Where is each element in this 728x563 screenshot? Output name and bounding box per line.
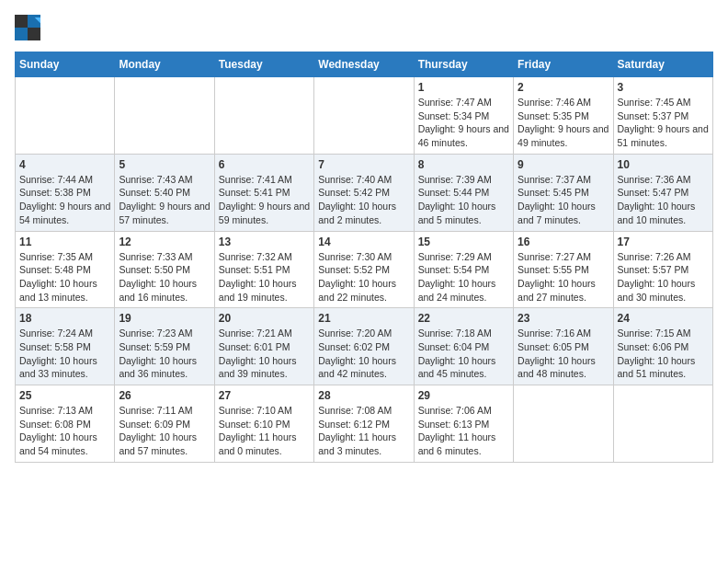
calendar-week-5: 25Sunrise: 7:13 AM Sunset: 6:08 PM Dayli… bbox=[16, 385, 713, 463]
calendar-week-3: 11Sunrise: 7:35 AM Sunset: 5:48 PM Dayli… bbox=[16, 231, 713, 308]
calendar-cell: 22Sunrise: 7:18 AM Sunset: 6:04 PM Dayli… bbox=[414, 308, 513, 385]
calendar-cell: 28Sunrise: 7:08 AM Sunset: 6:12 PM Dayli… bbox=[314, 385, 414, 463]
day-info: Sunrise: 7:27 AM Sunset: 5:55 PM Dayligh… bbox=[518, 250, 609, 304]
day-info: Sunrise: 7:45 AM Sunset: 5:37 PM Dayligh… bbox=[618, 96, 709, 150]
calendar-header-row: SundayMondayTuesdayWednesdayThursdayFrid… bbox=[16, 52, 713, 77]
day-number: 15 bbox=[418, 236, 509, 248]
calendar-cell: 29Sunrise: 7:06 AM Sunset: 6:13 PM Dayli… bbox=[414, 385, 513, 463]
weekday-header-wednesday: Wednesday bbox=[314, 52, 414, 77]
svg-rect-0 bbox=[15, 15, 28, 28]
day-info: Sunrise: 7:39 AM Sunset: 5:44 PM Dayligh… bbox=[418, 173, 509, 227]
day-number: 13 bbox=[219, 236, 310, 248]
day-number: 6 bbox=[219, 158, 310, 171]
svg-rect-2 bbox=[15, 28, 28, 40]
day-number: 16 bbox=[518, 236, 609, 248]
calendar-cell: 16Sunrise: 7:27 AM Sunset: 5:55 PM Dayli… bbox=[514, 231, 613, 308]
day-number: 28 bbox=[318, 389, 409, 402]
weekday-header-tuesday: Tuesday bbox=[214, 52, 313, 77]
day-info: Sunrise: 7:23 AM Sunset: 5:59 PM Dayligh… bbox=[119, 327, 210, 381]
day-number: 20 bbox=[219, 312, 310, 325]
day-number: 7 bbox=[318, 158, 409, 171]
calendar-cell bbox=[314, 77, 414, 155]
weekday-header-saturday: Saturday bbox=[613, 52, 712, 77]
day-info: Sunrise: 7:47 AM Sunset: 5:34 PM Dayligh… bbox=[418, 96, 509, 150]
calendar-cell bbox=[115, 77, 214, 155]
day-number: 22 bbox=[418, 312, 509, 325]
weekday-header-monday: Monday bbox=[115, 52, 214, 77]
calendar-cell: 10Sunrise: 7:36 AM Sunset: 5:47 PM Dayli… bbox=[613, 154, 712, 231]
calendar-cell: 7Sunrise: 7:40 AM Sunset: 5:42 PM Daylig… bbox=[314, 154, 414, 231]
calendar-cell: 9Sunrise: 7:37 AM Sunset: 5:45 PM Daylig… bbox=[514, 154, 613, 231]
day-info: Sunrise: 7:11 AM Sunset: 6:09 PM Dayligh… bbox=[119, 404, 210, 458]
day-number: 25 bbox=[19, 389, 110, 402]
day-info: Sunrise: 7:08 AM Sunset: 6:12 PM Dayligh… bbox=[318, 404, 409, 458]
calendar-cell: 17Sunrise: 7:26 AM Sunset: 5:57 PM Dayli… bbox=[613, 231, 712, 308]
day-number: 19 bbox=[119, 312, 210, 325]
day-info: Sunrise: 7:36 AM Sunset: 5:47 PM Dayligh… bbox=[618, 173, 709, 227]
day-info: Sunrise: 7:40 AM Sunset: 5:42 PM Dayligh… bbox=[318, 173, 409, 227]
day-number: 21 bbox=[318, 312, 409, 325]
svg-rect-3 bbox=[28, 28, 40, 40]
day-number: 29 bbox=[418, 389, 509, 402]
calendar-cell: 20Sunrise: 7:21 AM Sunset: 6:01 PM Dayli… bbox=[214, 308, 313, 385]
calendar-cell: 24Sunrise: 7:15 AM Sunset: 6:06 PM Dayli… bbox=[613, 308, 712, 385]
day-info: Sunrise: 7:20 AM Sunset: 6:02 PM Dayligh… bbox=[318, 327, 409, 381]
calendar-cell: 26Sunrise: 7:11 AM Sunset: 6:09 PM Dayli… bbox=[115, 385, 214, 463]
calendar-week-4: 18Sunrise: 7:24 AM Sunset: 5:58 PM Dayli… bbox=[16, 308, 713, 385]
day-info: Sunrise: 7:15 AM Sunset: 6:06 PM Dayligh… bbox=[618, 327, 709, 381]
day-info: Sunrise: 7:06 AM Sunset: 6:13 PM Dayligh… bbox=[418, 404, 509, 458]
day-info: Sunrise: 7:13 AM Sunset: 6:08 PM Dayligh… bbox=[19, 404, 110, 458]
calendar-cell: 6Sunrise: 7:41 AM Sunset: 5:41 PM Daylig… bbox=[214, 154, 313, 231]
calendar-cell: 2Sunrise: 7:46 AM Sunset: 5:35 PM Daylig… bbox=[514, 77, 613, 155]
day-info: Sunrise: 7:16 AM Sunset: 6:05 PM Dayligh… bbox=[518, 327, 609, 381]
day-number: 26 bbox=[119, 389, 210, 402]
day-number: 5 bbox=[119, 158, 210, 171]
logo-icon bbox=[15, 15, 40, 40]
day-info: Sunrise: 7:24 AM Sunset: 5:58 PM Dayligh… bbox=[19, 327, 110, 381]
day-info: Sunrise: 7:33 AM Sunset: 5:50 PM Dayligh… bbox=[119, 250, 210, 304]
day-number: 17 bbox=[618, 236, 709, 248]
day-info: Sunrise: 7:37 AM Sunset: 5:45 PM Dayligh… bbox=[518, 173, 609, 227]
calendar-cell: 11Sunrise: 7:35 AM Sunset: 5:48 PM Dayli… bbox=[16, 231, 115, 308]
header bbox=[15, 15, 713, 40]
calendar-cell: 19Sunrise: 7:23 AM Sunset: 5:59 PM Dayli… bbox=[115, 308, 214, 385]
weekday-header-friday: Friday bbox=[514, 52, 613, 77]
day-info: Sunrise: 7:21 AM Sunset: 6:01 PM Dayligh… bbox=[219, 327, 310, 381]
calendar-cell: 15Sunrise: 7:29 AM Sunset: 5:54 PM Dayli… bbox=[414, 231, 513, 308]
weekday-header-sunday: Sunday bbox=[16, 52, 115, 77]
calendar-cell: 12Sunrise: 7:33 AM Sunset: 5:50 PM Dayli… bbox=[115, 231, 214, 308]
calendar-cell bbox=[613, 385, 712, 463]
day-info: Sunrise: 7:18 AM Sunset: 6:04 PM Dayligh… bbox=[418, 327, 509, 381]
calendar-cell: 18Sunrise: 7:24 AM Sunset: 5:58 PM Dayli… bbox=[16, 308, 115, 385]
day-info: Sunrise: 7:10 AM Sunset: 6:10 PM Dayligh… bbox=[219, 404, 310, 458]
day-number: 23 bbox=[518, 312, 609, 325]
calendar-cell bbox=[16, 77, 115, 155]
day-number: 9 bbox=[518, 158, 609, 171]
calendar-week-1: 1Sunrise: 7:47 AM Sunset: 5:34 PM Daylig… bbox=[16, 77, 713, 155]
day-info: Sunrise: 7:32 AM Sunset: 5:51 PM Dayligh… bbox=[219, 250, 310, 304]
day-number: 3 bbox=[618, 81, 709, 94]
day-info: Sunrise: 7:29 AM Sunset: 5:54 PM Dayligh… bbox=[418, 250, 509, 304]
day-number: 1 bbox=[418, 81, 509, 94]
calendar-week-2: 4Sunrise: 7:44 AM Sunset: 5:38 PM Daylig… bbox=[16, 154, 713, 231]
day-info: Sunrise: 7:41 AM Sunset: 5:41 PM Dayligh… bbox=[219, 173, 310, 227]
calendar-cell: 3Sunrise: 7:45 AM Sunset: 5:37 PM Daylig… bbox=[613, 77, 712, 155]
logo bbox=[15, 15, 44, 40]
calendar-cell: 4Sunrise: 7:44 AM Sunset: 5:38 PM Daylig… bbox=[16, 154, 115, 231]
calendar-cell: 8Sunrise: 7:39 AM Sunset: 5:44 PM Daylig… bbox=[414, 154, 513, 231]
calendar-cell: 5Sunrise: 7:43 AM Sunset: 5:40 PM Daylig… bbox=[115, 154, 214, 231]
day-number: 11 bbox=[19, 236, 110, 248]
calendar-cell: 21Sunrise: 7:20 AM Sunset: 6:02 PM Dayli… bbox=[314, 308, 414, 385]
day-number: 14 bbox=[318, 236, 409, 248]
day-info: Sunrise: 7:44 AM Sunset: 5:38 PM Dayligh… bbox=[19, 173, 110, 227]
day-info: Sunrise: 7:35 AM Sunset: 5:48 PM Dayligh… bbox=[19, 250, 110, 304]
day-number: 2 bbox=[518, 81, 609, 94]
calendar-cell: 27Sunrise: 7:10 AM Sunset: 6:10 PM Dayli… bbox=[214, 385, 313, 463]
calendar-cell: 14Sunrise: 7:30 AM Sunset: 5:52 PM Dayli… bbox=[314, 231, 414, 308]
weekday-header-thursday: Thursday bbox=[414, 52, 513, 77]
calendar-cell bbox=[214, 77, 313, 155]
day-number: 12 bbox=[119, 236, 210, 248]
day-number: 27 bbox=[219, 389, 310, 402]
day-number: 10 bbox=[618, 158, 709, 171]
day-info: Sunrise: 7:26 AM Sunset: 5:57 PM Dayligh… bbox=[618, 250, 709, 304]
